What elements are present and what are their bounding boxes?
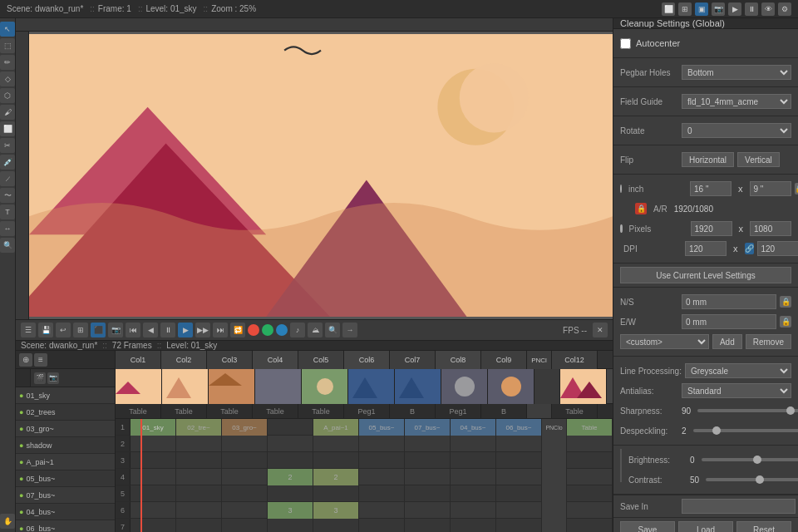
cell-r1-c9[interactable]: 06_bus~ bbox=[496, 419, 542, 436]
cell-r4-c7[interactable] bbox=[405, 469, 451, 485]
cell-r7-c3[interactable] bbox=[222, 519, 268, 532]
cell-r3-c7[interactable] bbox=[405, 452, 451, 469]
dimension-lock-icon[interactable]: 🔒 bbox=[795, 183, 799, 195]
camera-layer-icon[interactable]: 📷 bbox=[47, 372, 59, 384]
blue-btn[interactable] bbox=[276, 324, 288, 336]
col-header-col1[interactable]: Col1 bbox=[116, 351, 161, 369]
cell-r4-c12[interactable] bbox=[567, 469, 613, 485]
scene-canvas[interactable] bbox=[29, 32, 613, 319]
cell-r5-c4[interactable] bbox=[268, 485, 313, 502]
brightness-slider[interactable] bbox=[702, 458, 798, 461]
cell-r1-c12[interactable]: Table bbox=[567, 419, 613, 436]
cell-r5-c12[interactable] bbox=[567, 485, 613, 502]
cell-r3-c8[interactable] bbox=[451, 452, 496, 469]
cell-r3-c12[interactable] bbox=[567, 452, 613, 469]
music-btn[interactable]: ♪ bbox=[290, 323, 305, 337]
ns-input[interactable] bbox=[682, 294, 776, 309]
close-btn[interactable]: ✕ bbox=[593, 323, 608, 337]
cell-r1-c8[interactable]: 04_bus~ bbox=[451, 419, 496, 436]
add-layer-btn[interactable]: ⊕ bbox=[19, 353, 32, 367]
pause-icon[interactable]: ⏸ bbox=[745, 2, 758, 16]
horizontal-btn[interactable]: Horizontal bbox=[682, 152, 734, 167]
loop-btn[interactable]: 🔁 bbox=[230, 323, 245, 337]
save-in-input[interactable] bbox=[682, 499, 796, 514]
track-label-05bus[interactable]: ● 05_bus~ bbox=[16, 470, 115, 487]
ns-lock-icon[interactable]: 🔒 bbox=[780, 296, 791, 308]
cell-r2-c4[interactable] bbox=[268, 436, 313, 452]
reset-btn[interactable]: Reset bbox=[736, 521, 791, 532]
rotate-select[interactable]: 0 bbox=[682, 123, 791, 138]
monitor-icon[interactable]: ⬜ bbox=[662, 2, 675, 16]
cell-r2-pnc[interactable] bbox=[542, 436, 567, 452]
pegbar-select[interactable]: Bottom bbox=[682, 65, 791, 80]
paint-tool[interactable]: 🖌 bbox=[0, 105, 15, 120]
cell-r4-pnc[interactable] bbox=[542, 469, 567, 485]
curve-tool[interactable]: 〜 bbox=[0, 188, 15, 203]
cell-r6-c12[interactable] bbox=[567, 502, 613, 519]
cell-r4-c6[interactable] bbox=[359, 469, 405, 485]
camera2-btn[interactable]: 📷 bbox=[108, 323, 123, 337]
inch-radio[interactable] bbox=[620, 185, 622, 193]
grid-view-btn[interactable]: ⊞ bbox=[73, 323, 88, 337]
track-label-07bus[interactable]: ● 07_bus~ bbox=[16, 487, 115, 504]
cell-r7-c12[interactable] bbox=[567, 519, 613, 532]
cell-r2-c8[interactable] bbox=[451, 436, 496, 452]
timeline-settings-btn[interactable]: ≡ bbox=[34, 353, 47, 367]
cell-r6-c1[interactable] bbox=[131, 502, 176, 519]
fill-tool[interactable]: ⬡ bbox=[0, 88, 15, 103]
cell-r7-c5[interactable] bbox=[313, 519, 359, 532]
cell-r6-c8[interactable] bbox=[451, 502, 496, 519]
cell-r6-c3[interactable] bbox=[222, 502, 268, 519]
eyedropper-tool[interactable]: 💉 bbox=[0, 155, 15, 170]
track-label-apai[interactable]: ● A_pai~1 bbox=[16, 454, 115, 470]
col-header-col9[interactable]: Col9 bbox=[481, 351, 527, 369]
settings-icon[interactable]: ⚙ bbox=[778, 2, 791, 16]
save-btn[interactable]: Save bbox=[620, 521, 675, 532]
track-label-04bus[interactable]: ● 04_bus~ bbox=[16, 504, 115, 520]
green-btn[interactable] bbox=[262, 324, 273, 336]
text-tool[interactable]: T bbox=[0, 204, 15, 219]
cell-r7-c2[interactable] bbox=[176, 519, 222, 532]
cell-r2-c9[interactable] bbox=[496, 436, 542, 452]
cell-r6-c6[interactable] bbox=[359, 502, 405, 519]
add-preset-btn[interactable]: Add bbox=[712, 334, 742, 349]
line-tool[interactable]: ⟋ bbox=[0, 171, 15, 186]
arrow-tool[interactable]: ↖ bbox=[0, 22, 15, 37]
col-header-col6[interactable]: Col6 bbox=[344, 351, 390, 369]
col-header-pncl[interactable]: PNCl bbox=[527, 351, 552, 369]
cell-r5-c3[interactable] bbox=[222, 485, 268, 502]
height-inch-input[interactable] bbox=[750, 181, 791, 196]
cell-r7-c1[interactable] bbox=[131, 519, 176, 532]
pan-tool[interactable]: ✋ bbox=[0, 514, 15, 529]
eraser-tool[interactable]: ⬜ bbox=[0, 121, 15, 136]
track-label-02trees[interactable]: ● 02_trees bbox=[16, 404, 115, 421]
pixels-radio[interactable] bbox=[620, 224, 623, 233]
track-label-06bus[interactable]: ● 06_bus~ bbox=[16, 520, 115, 532]
undo-btn[interactable]: ↩ bbox=[56, 323, 71, 337]
play-btn[interactable]: ▶ bbox=[178, 323, 193, 337]
pixels-w-input[interactable] bbox=[691, 221, 732, 236]
cell-r7-c4[interactable] bbox=[268, 519, 313, 532]
cell-r1-c5[interactable]: A_pai~1 bbox=[313, 419, 359, 436]
prev-frame-btn[interactable]: ⏮ bbox=[126, 323, 140, 337]
cell-r1-pnc[interactable]: PNClo bbox=[542, 419, 567, 436]
search-btn[interactable]: 🔍 bbox=[325, 323, 340, 337]
cell-r5-c1[interactable] bbox=[131, 485, 176, 502]
contrast-slider[interactable] bbox=[706, 478, 798, 481]
cell-r3-pnc[interactable] bbox=[542, 452, 567, 469]
cell-r4-c4[interactable]: 2 bbox=[268, 469, 313, 485]
pixels-h-input[interactable] bbox=[750, 221, 791, 236]
sharpness-slider[interactable] bbox=[697, 409, 798, 412]
mountain-btn[interactable]: ⛰ bbox=[308, 323, 323, 337]
cell-r5-c2[interactable] bbox=[176, 485, 222, 502]
cell-r2-c2[interactable] bbox=[176, 436, 222, 452]
cell-r1-c2[interactable]: 02_tre~ bbox=[176, 419, 222, 436]
cell-r5-c9[interactable] bbox=[496, 485, 542, 502]
autocenter-checkbox[interactable] bbox=[620, 38, 631, 49]
cell-r4-c2[interactable] bbox=[176, 469, 222, 485]
cell-r2-c3[interactable] bbox=[222, 436, 268, 452]
col-header-col7[interactable]: Col7 bbox=[390, 351, 436, 369]
timeline-btn[interactable]: ⬛ bbox=[91, 323, 106, 337]
video-icon[interactable]: ▶ bbox=[728, 2, 741, 16]
stop-btn[interactable]: ⏸ bbox=[160, 323, 175, 337]
